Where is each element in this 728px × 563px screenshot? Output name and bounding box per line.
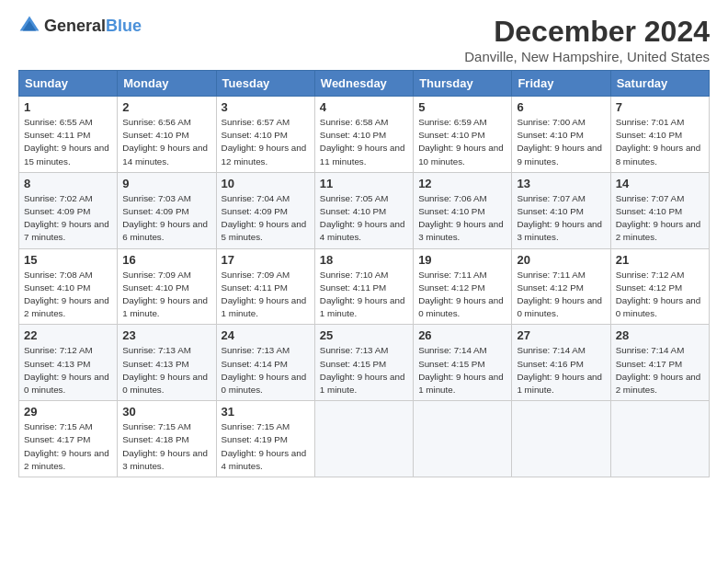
sunrise-text: Sunrise: 6:56 AM [122,117,191,127]
daylight-text: Daylight: 9 hours and 12 minutes. [222,143,307,166]
sunset-text: Sunset: 4:10 PM [320,130,386,140]
day-detail: Sunrise: 7:14 AMSunset: 4:15 PMDaylight:… [418,344,506,396]
daylight-text: Daylight: 9 hours and 4 minutes. [222,448,307,471]
daylight-text: Daylight: 9 hours and 5 minutes. [222,219,307,242]
daylight-text: Daylight: 9 hours and 0 minutes. [222,372,307,395]
sunset-text: Sunset: 4:12 PM [616,282,682,293]
daylight-text: Daylight: 9 hours and 1 minute. [517,372,602,395]
daylight-text: Daylight: 9 hours and 0 minutes. [24,372,109,395]
table-row [414,401,512,477]
day-number: 4 [320,100,408,114]
day-number: 17 [222,253,310,267]
daylight-text: Daylight: 9 hours and 1 minute. [122,295,208,318]
sunset-text: Sunset: 4:09 PM [222,206,288,216]
daylight-text: Daylight: 9 hours and 1 minute. [222,295,307,318]
sunset-text: Sunset: 4:17 PM [616,359,682,369]
header-friday: Friday [512,71,610,97]
daylight-text: Daylight: 9 hours and 3 minutes. [122,448,208,471]
day-detail: Sunrise: 7:11 AMSunset: 4:12 PMDaylight:… [418,269,506,321]
day-detail: Sunrise: 7:05 AMSunset: 4:10 PMDaylight:… [320,192,408,245]
sunrise-text: Sunrise: 7:01 AM [616,117,685,127]
daylight-text: Daylight: 9 hours and 6 minutes. [122,219,208,242]
sunrise-text: Sunrise: 7:15 AM [24,421,93,431]
sunset-text: Sunset: 4:10 PM [418,130,484,140]
logo-blue: Blue [106,17,142,35]
table-row: 4Sunrise: 6:58 AMSunset: 4:10 PMDaylight… [314,97,413,173]
table-row: 21Sunrise: 7:12 AMSunset: 4:12 PMDayligh… [610,248,709,325]
sunset-text: Sunset: 4:17 PM [24,434,90,444]
sunrise-text: Sunrise: 6:58 AM [320,117,389,127]
table-row [314,401,413,477]
table-row: 26Sunrise: 7:14 AMSunset: 4:15 PMDayligh… [414,325,512,401]
sunset-text: Sunset: 4:13 PM [122,359,188,369]
sunrise-text: Sunrise: 7:09 AM [222,270,290,280]
day-number: 11 [320,177,408,190]
sunset-text: Sunset: 4:16 PM [517,359,583,369]
daylight-text: Daylight: 9 hours and 0 minutes. [122,372,208,395]
daylight-text: Daylight: 9 hours and 2 minutes. [616,372,701,395]
table-row: 31Sunrise: 7:15 AMSunset: 4:19 PMDayligh… [216,401,314,477]
daylight-text: Daylight: 9 hours and 10 minutes. [418,143,504,166]
calendar-week-row: 8Sunrise: 7:02 AMSunset: 4:09 PMDaylight… [19,172,710,248]
sunset-text: Sunset: 4:10 PM [122,130,188,140]
sunrise-text: Sunrise: 7:12 AM [24,345,93,355]
day-number: 14 [616,177,704,190]
table-row: 19Sunrise: 7:11 AMSunset: 4:12 PMDayligh… [414,248,512,325]
header-sunday: Sunday [19,71,118,97]
sunset-text: Sunset: 4:14 PM [222,359,288,369]
daylight-text: Daylight: 9 hours and 14 minutes. [122,143,208,166]
day-number: 16 [122,253,210,267]
calendar-week-row: 15Sunrise: 7:08 AMSunset: 4:10 PMDayligh… [19,248,710,325]
day-detail: Sunrise: 7:04 AMSunset: 4:09 PMDaylight:… [222,192,310,245]
day-detail: Sunrise: 7:03 AMSunset: 4:09 PMDaylight:… [122,192,210,245]
day-detail: Sunrise: 6:56 AMSunset: 4:10 PMDaylight:… [122,116,210,168]
sunset-text: Sunset: 4:10 PM [122,282,188,293]
sunrise-text: Sunrise: 7:14 AM [616,345,685,355]
table-row: 18Sunrise: 7:10 AMSunset: 4:11 PMDayligh… [314,248,413,325]
day-detail: Sunrise: 7:09 AMSunset: 4:11 PMDaylight:… [222,269,310,321]
table-row: 27Sunrise: 7:14 AMSunset: 4:16 PMDayligh… [512,325,610,401]
day-detail: Sunrise: 7:00 AMSunset: 4:10 PMDaylight:… [517,116,605,168]
daylight-text: Daylight: 9 hours and 3 minutes. [517,219,602,242]
daylight-text: Daylight: 9 hours and 7 minutes. [24,219,109,242]
day-detail: Sunrise: 7:12 AMSunset: 4:12 PMDaylight:… [616,269,704,321]
calendar-header-row: Sunday Monday Tuesday Wednesday Thursday… [19,71,710,97]
day-detail: Sunrise: 7:11 AMSunset: 4:12 PMDaylight:… [517,269,605,321]
sunrise-text: Sunrise: 7:11 AM [418,270,487,280]
table-row: 1Sunrise: 6:55 AMSunset: 4:11 PMDaylight… [19,97,118,173]
table-row [512,401,610,477]
daylight-text: Daylight: 9 hours and 3 minutes. [418,219,504,242]
sunrise-text: Sunrise: 7:08 AM [24,270,93,280]
sunset-text: Sunset: 4:19 PM [222,434,288,444]
sunrise-text: Sunrise: 7:13 AM [222,345,290,355]
sunrise-text: Sunrise: 6:57 AM [222,117,290,127]
day-detail: Sunrise: 7:13 AMSunset: 4:15 PMDaylight:… [320,344,408,396]
table-row: 22Sunrise: 7:12 AMSunset: 4:13 PMDayligh… [19,325,118,401]
sunset-text: Sunset: 4:10 PM [320,206,386,216]
table-row [610,401,709,477]
day-number: 22 [24,328,112,342]
daylight-text: Daylight: 9 hours and 15 minutes. [24,143,109,166]
daylight-text: Daylight: 9 hours and 2 minutes. [616,219,701,242]
sunrise-text: Sunrise: 6:55 AM [24,117,93,127]
day-number: 18 [320,253,408,267]
sunset-text: Sunset: 4:11 PM [24,130,90,140]
day-detail: Sunrise: 7:10 AMSunset: 4:11 PMDaylight:… [320,269,408,321]
daylight-text: Daylight: 9 hours and 2 minutes. [24,295,109,318]
sunset-text: Sunset: 4:15 PM [320,359,386,369]
sunset-text: Sunset: 4:10 PM [517,206,583,216]
sunset-text: Sunset: 4:11 PM [222,282,288,293]
sunrise-text: Sunrise: 7:10 AM [320,270,389,280]
header-thursday: Thursday [414,71,512,97]
daylight-text: Daylight: 9 hours and 0 minutes. [517,295,602,318]
header-top: GeneralBlue December 2024 Danville, New … [18,15,710,64]
day-number: 31 [222,405,310,419]
daylight-text: Daylight: 9 hours and 11 minutes. [320,143,405,166]
sunrise-text: Sunrise: 7:07 AM [517,193,586,203]
sunrise-text: Sunrise: 6:59 AM [418,117,487,127]
sunset-text: Sunset: 4:15 PM [418,359,484,369]
table-row: 9Sunrise: 7:03 AMSunset: 4:09 PMDaylight… [118,172,216,248]
table-row: 17Sunrise: 7:09 AMSunset: 4:11 PMDayligh… [216,248,314,325]
sunrise-text: Sunrise: 7:04 AM [222,193,290,203]
day-detail: Sunrise: 6:58 AMSunset: 4:10 PMDaylight:… [320,116,408,168]
